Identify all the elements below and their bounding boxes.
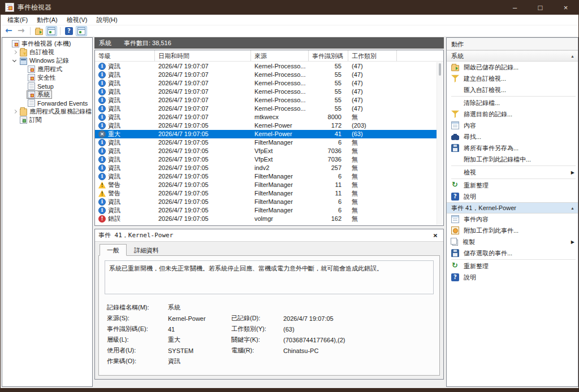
- close-button[interactable]: ×: [553, 0, 578, 15]
- refresh-icon: [451, 262, 459, 270]
- task-category-cell: 無: [348, 113, 397, 121]
- tab-details[interactable]: 詳細資料: [127, 244, 166, 256]
- sidebar-item[interactable]: 訂閱: [2, 116, 92, 124]
- sidebar-item[interactable]: Forwarded Events: [2, 99, 92, 107]
- level-cell: 警告: [95, 189, 155, 198]
- column-header[interactable]: 等級: [95, 50, 155, 61]
- minimize-button[interactable]: –: [502, 0, 528, 15]
- table-row[interactable]: 資訊2026/4/7 19:07:07Kernel-Processo...55(…: [95, 71, 437, 79]
- column-header[interactable]: 日期和時間: [155, 50, 251, 61]
- action-item[interactable]: 匯入自訂檢視...: [447, 84, 578, 95]
- expander-spacer: [20, 67, 27, 72]
- expander-expanded-icon[interactable]: [12, 58, 19, 64]
- action-item[interactable]: 檢視▶: [447, 167, 578, 178]
- action-item[interactable]: 將所有事件另存為...: [447, 142, 578, 154]
- action-section-header[interactable]: 系統▲: [447, 50, 578, 62]
- forward-button[interactable]: [16, 26, 27, 36]
- datetime-cell: 2026/4/7 19:07:05: [155, 164, 251, 172]
- detail-field-value: Kernel-Power: [168, 315, 231, 322]
- action-item[interactable]: 附加工作到此記錄檔中...: [447, 154, 578, 165]
- table-row[interactable]: 警告2026/4/7 19:07:05FilterManager11無: [95, 189, 437, 198]
- console-window-button[interactable]: [46, 26, 57, 36]
- column-header[interactable]: 事件識別碼: [309, 50, 348, 61]
- level-info-icon: [98, 164, 106, 172]
- action-item[interactable]: 建立自訂檢視...: [447, 73, 578, 84]
- level-label: 資訊: [108, 173, 120, 180]
- menu-item[interactable]: 檔案(F): [3, 15, 32, 25]
- detail-field-value: SYSTEM: [168, 347, 231, 354]
- level-cell: 資訊: [95, 96, 155, 104]
- sidebar-item[interactable]: 安全性: [2, 73, 92, 82]
- datetime-cell: 2026/4/7 19:07:05: [155, 189, 251, 198]
- action-item[interactable]: 說明: [447, 191, 578, 202]
- console-window-button[interactable]: [76, 26, 87, 36]
- open-folder-button[interactable]: [33, 26, 45, 36]
- table-row[interactable]: 資訊2026/4/7 19:07:07Kernel-Processo...55(…: [95, 104, 437, 113]
- table-row[interactable]: 錯誤2026/4/7 19:07:05volmgr162無: [95, 215, 437, 223]
- sidebar-item-label: Setup: [37, 83, 54, 90]
- table-row[interactable]: 資訊2026/4/7 19:07:07Kernel-Processo...55(…: [95, 96, 437, 104]
- tab-general[interactable]: 一般: [100, 244, 127, 256]
- action-item[interactable]: 篩選目前的記錄...: [447, 108, 578, 120]
- table-row[interactable]: 資訊2026/4/7 19:07:07Kernel-Processo...55(…: [95, 79, 437, 88]
- table-row[interactable]: 資訊2026/4/7 19:07:05indv2257無: [95, 164, 437, 172]
- close-detail-icon[interactable]: ×: [431, 231, 440, 239]
- vertical-scrollbar[interactable]: [437, 62, 443, 225]
- action-item[interactable]: 重新整理: [447, 180, 578, 191]
- sidebar-item[interactable]: 應用程式: [2, 65, 92, 73]
- table-row[interactable]: 重大2026/4/7 19:07:05Kernel-Power41(63): [95, 130, 437, 138]
- level-label: 資訊: [108, 139, 120, 146]
- level-error-icon: [98, 215, 106, 223]
- sidebar-item[interactable]: 自訂檢視: [2, 48, 92, 56]
- expander-collapsed-icon[interactable]: [12, 50, 19, 55]
- expander-collapsed-icon[interactable]: [12, 109, 19, 115]
- event-description[interactable]: 系統已重新開機，但未先正常關機。若系統停止回應、當機或電力意外中斷，就可能會造成…: [105, 260, 434, 294]
- table-row[interactable]: 警告2026/4/7 19:07:05FilterManager11無: [95, 181, 437, 189]
- help-button[interactable]: [63, 26, 75, 36]
- action-item[interactable]: 說明: [447, 272, 578, 283]
- action-item[interactable]: 事件內容: [447, 214, 578, 225]
- collapse-icon[interactable]: ▲: [571, 206, 574, 210]
- menu-item[interactable]: 動作(A): [32, 15, 62, 25]
- table-row[interactable]: 資訊2026/4/7 19:07:05FilterManager6無: [95, 198, 437, 206]
- actions-title: 動作: [447, 38, 578, 50]
- menu-item[interactable]: 檢視(V): [62, 15, 92, 25]
- action-item[interactable]: 附加工作到此事件...: [447, 225, 578, 236]
- action-item[interactable]: 儲存選取的事件...: [447, 247, 578, 259]
- action-item[interactable]: 內容: [447, 120, 578, 131]
- table-row[interactable]: 資訊2026/4/7 19:07:05Kernel-Power172(203): [95, 121, 437, 130]
- sidebar-item[interactable]: Setup: [2, 82, 92, 90]
- table-row[interactable]: 資訊2026/4/7 19:07:07Kernel-Processo...55(…: [95, 88, 437, 96]
- sidebar-item[interactable]: 應用程式及服務記錄檔: [2, 107, 92, 116]
- action-section-header[interactable]: 事件 41，Kernel-Power▲: [447, 202, 578, 214]
- sidebar-item[interactable]: Windows 記錄: [2, 56, 92, 65]
- column-header[interactable]: 來源: [251, 50, 309, 61]
- table-row[interactable]: 資訊2026/4/7 19:07:05FilterManager6無: [95, 172, 437, 181]
- sidebar-item[interactable]: 事件檢視器 (本機): [2, 40, 92, 48]
- level-cell: 資訊: [95, 138, 155, 147]
- refresh-icon: [451, 181, 459, 189]
- source-cell: volmgr: [251, 215, 309, 223]
- action-item[interactable]: 開啟已儲存的記錄...: [447, 62, 578, 73]
- action-item[interactable]: 重新整理: [447, 260, 578, 272]
- table-row[interactable]: 資訊2026/4/7 19:07:05VfpExt7036無: [95, 155, 437, 164]
- table-row[interactable]: 資訊2026/4/7 19:07:05FilterManager6無: [95, 138, 437, 147]
- tree-item-box: 系統: [27, 90, 52, 99]
- action-item[interactable]: 複製▶: [447, 236, 578, 247]
- expander-spacer: [4, 41, 11, 47]
- sidebar-item-label: 應用程式及服務記錄檔: [29, 107, 92, 116]
- column-header[interactable]: 工作類別: [348, 50, 397, 61]
- table-row[interactable]: 資訊2026/4/7 19:07:07mtkwecx8000無: [95, 113, 437, 121]
- back-button[interactable]: [3, 26, 15, 36]
- collapse-icon[interactable]: ▲: [571, 54, 574, 58]
- table-row[interactable]: 資訊2026/4/7 19:07:05VfpExt7036無: [95, 147, 437, 155]
- table-row[interactable]: 資訊2026/4/7 19:07:05FilterManager6無: [95, 206, 437, 215]
- level-cell: 資訊: [95, 62, 155, 71]
- sidebar-item[interactable]: 系統: [2, 90, 92, 99]
- action-item[interactable]: 尋找...: [447, 131, 578, 142]
- scrollbar-thumb[interactable]: [439, 63, 441, 76]
- action-item[interactable]: 清除記錄檔...: [447, 97, 578, 108]
- maximize-button[interactable]: □: [528, 0, 553, 15]
- table-row[interactable]: 資訊2026/4/7 19:07:07Kernel-Processo...55(…: [95, 62, 437, 71]
- menu-item[interactable]: 說明(H): [92, 15, 122, 25]
